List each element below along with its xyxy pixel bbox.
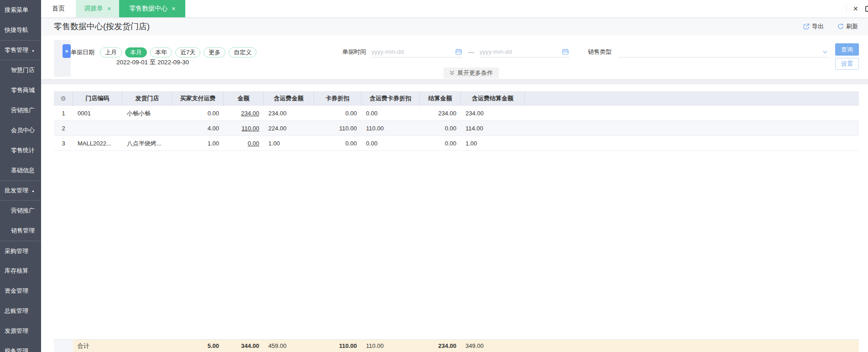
sidebar-item-label: 营销推广	[11, 106, 35, 114]
tab-label: 首页	[52, 5, 65, 13]
sidebar-item-marketing-promotion[interactable]: 营销推广	[0, 100, 41, 120]
fullscreen-icon[interactable]	[865, 6, 868, 12]
sidebar-item-label: 采购管理	[5, 247, 28, 255]
coupon-discount-with-freight-cell: 0.00	[361, 106, 420, 121]
amount-link[interactable]: 110.00	[241, 125, 259, 132]
sidebar-item-label: 发票管理	[5, 327, 28, 335]
table-row[interactable]: 3 MALL2022... 八点半烧烤... 1.00 0.00 1.00 0.…	[54, 136, 859, 151]
sidebar-item-label: 资金管理	[5, 287, 28, 295]
refresh-icon	[837, 23, 844, 30]
footer-empty-cell	[122, 340, 173, 352]
pill-custom[interactable]: 自定义	[229, 47, 256, 57]
coupon-discount-with-freight-cell: 110.00	[361, 121, 420, 136]
sidebar-item-label: 基础信息	[11, 166, 35, 175]
filler-cell	[525, 106, 859, 121]
date-to-input[interactable]	[480, 47, 557, 57]
tab-transfer-order[interactable]: 调拨单×	[76, 0, 119, 17]
sidebar-item-label: 智慧门店	[11, 66, 35, 74]
tab-actions: ×	[846, 0, 868, 17]
sidebar-item-purchase-management[interactable]: 采购管理	[0, 241, 41, 261]
sidebar-item-inventory-accounting[interactable]: 库存核算	[0, 261, 41, 281]
pill-this-month[interactable]: 本月	[125, 47, 147, 57]
sidebar-item-label: 会员中心	[11, 126, 35, 135]
pill-this-year[interactable]: 本年	[150, 47, 172, 57]
pill-more[interactable]: 更多	[204, 47, 225, 57]
close-icon[interactable]: ×	[107, 5, 111, 12]
sales-type-label: 销售类型	[588, 48, 612, 56]
calendar-icon[interactable]	[562, 48, 569, 56]
tab-label: 零售数据中心	[129, 5, 167, 13]
sidebar-item-basic-info[interactable]: 基础信息	[0, 160, 41, 181]
data-table: ⚙ 门店编码 发货门店 买家支付运费 金额 含运费金额 卡券折扣 含运费卡券折扣…	[41, 84, 868, 352]
footer-coupon-discount: 110.00	[314, 340, 361, 352]
expand-more-button[interactable]: 展开更多条件	[444, 67, 499, 78]
sidebar-item-marketing-promotion-wholesale[interactable]: 营销推广	[0, 201, 41, 221]
pill-last-7-days[interactable]: 近7天	[175, 47, 200, 57]
sidebar-item-retail-management[interactable]: 零售管理▲	[0, 40, 41, 60]
row-index: 3	[54, 136, 73, 151]
sidebar-item-wholesale-management[interactable]: 批发管理▲	[0, 181, 41, 201]
amount-link[interactable]: 234.00	[241, 110, 259, 117]
tab-home[interactable]: 首页	[41, 0, 76, 17]
sidebar: 搜索菜单 快捷导航 零售管理▲ 智慧门店 零售商城 营销推广 会员中心 零售统计…	[0, 0, 41, 352]
tab-bar: 首页 调拨单× 零售数据中心× ×	[41, 0, 868, 17]
column-settings-gear-icon[interactable]: ⚙	[60, 95, 66, 102]
collapse-filter-button[interactable]: »	[63, 44, 71, 58]
sidebar-item-smart-store[interactable]: 智慧门店	[0, 60, 41, 80]
table-header-row: ⚙ 门店编码 发货门店 买家支付运费 金额 含运费金额 卡券折扣 含运费卡券折扣…	[54, 91, 859, 106]
sidebar-item-capital-management[interactable]: 资金管理	[0, 281, 41, 301]
expand-more-label: 展开更多条件	[457, 69, 493, 77]
sidebar-item-search-menu[interactable]: 搜索菜单	[0, 0, 41, 20]
settings-button[interactable]: 设置	[835, 58, 859, 70]
sidebar-item-tax-management[interactable]: 税务管理	[0, 341, 41, 352]
query-button[interactable]: 查询	[835, 43, 859, 56]
footer-buyer-freight: 5.00	[173, 340, 224, 352]
divider	[846, 5, 847, 12]
export-button[interactable]: 导出	[803, 22, 824, 31]
pill-last-month[interactable]: 上月	[100, 47, 122, 57]
footer-settle-amount: 234.00	[420, 340, 461, 352]
refresh-button[interactable]: 刷新	[837, 22, 858, 31]
sidebar-item-label: 搜索菜单	[5, 6, 28, 14]
sidebar-item-sales-management[interactable]: 销售管理	[0, 221, 41, 241]
table-row[interactable]: 1 0001 小畅小畅 0.00 234.00 234.00 0.00 0.00…	[54, 106, 859, 121]
sidebar-item-member-center[interactable]: 会员中心	[0, 120, 41, 140]
amount-cell: 234.00	[224, 106, 264, 121]
doc-date-label: 单据日期	[71, 48, 94, 57]
date-from-input[interactable]	[371, 47, 449, 57]
sidebar-item-invoice-management[interactable]: 发票管理	[0, 321, 41, 341]
table-row[interactable]: 2 4.00 110.00 224.00 110.00 110.00 0.00 …	[54, 121, 859, 136]
refresh-label: 刷新	[846, 22, 858, 31]
doc-time-label: 单据时间	[342, 48, 366, 56]
tab-label: 调拨单	[84, 5, 103, 13]
sidebar-item-label: 总账管理	[5, 307, 28, 315]
col-filler	[525, 91, 859, 106]
tab-retail-data-center[interactable]: 零售数据中心×	[119, 0, 185, 17]
store-code-cell: 0001	[73, 106, 122, 121]
range-separator: —	[468, 49, 474, 56]
footer-filler-cell	[525, 340, 859, 352]
sidebar-item-retail-statistics[interactable]: 零售统计	[0, 140, 41, 160]
amount-link[interactable]: 0.00	[248, 140, 259, 147]
page-title: 零售数据中心(按发货门店)	[54, 21, 150, 32]
title-bar: 零售数据中心(按发货门店) 导出 刷新	[41, 17, 868, 36]
col-settle-amount: 结算金额	[420, 91, 461, 106]
close-icon[interactable]: ×	[172, 5, 175, 12]
sales-type-select[interactable]	[619, 47, 829, 57]
sidebar-item-label: 库存核算	[5, 267, 28, 275]
sidebar-item-general-ledger[interactable]: 总账管理	[0, 301, 41, 321]
filter-panel: » 单据日期 上月 本月 本年 近7天 更多 自定义 2022-09-01 至 …	[41, 36, 868, 79]
date-from-field	[371, 47, 463, 57]
close-icon[interactable]: ×	[853, 5, 858, 13]
calendar-icon[interactable]	[455, 48, 462, 56]
double-chevron-down-icon	[450, 70, 455, 76]
store-cell: 小畅小畅	[122, 106, 173, 121]
sidebar-item-label: 批发管理	[5, 186, 28, 195]
sidebar-item-retail-mall[interactable]: 零售商城	[0, 80, 41, 100]
amount-cell: 110.00	[224, 121, 264, 136]
buyer-freight-cell: 0.00	[173, 106, 224, 121]
sidebar-item-quick-nav[interactable]: 快捷导航	[0, 20, 41, 40]
chevron-down-icon	[822, 49, 828, 56]
sales-type-filter: 销售类型	[588, 47, 829, 57]
page-gap	[41, 79, 868, 84]
